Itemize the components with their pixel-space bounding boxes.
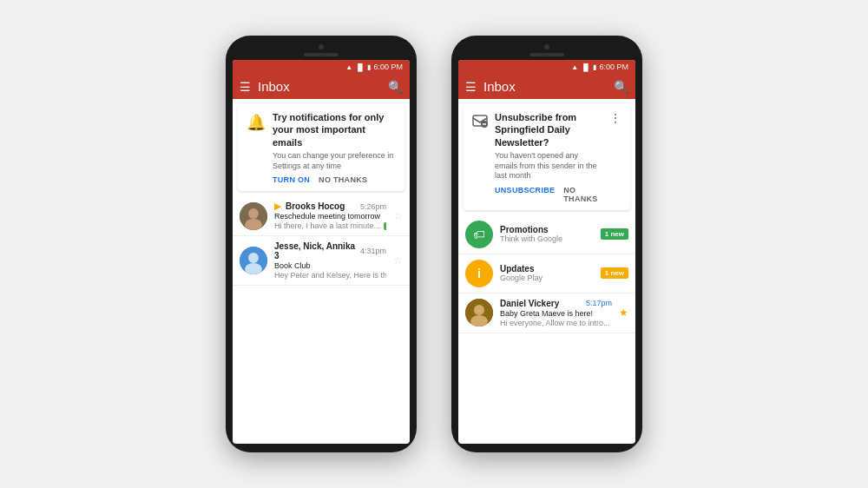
unsubscribe-body: You haven't opened any emails from this … (495, 151, 602, 181)
updates-sub: Google Play (500, 274, 594, 282)
unsubscribe-content: Unsubscribe from Springfield Daily Newsl… (495, 111, 602, 203)
avatar-daniel (465, 299, 493, 326)
email-time-daniel: 5:17pm (586, 299, 612, 307)
updates-badge: 1 new (601, 267, 628, 279)
updates-name: Updates (500, 264, 594, 274)
phone-1: ▲ ▐▌ ▮ 6:00 PM ☰ Inbox 🔍 🔔 Try notificat… (226, 36, 417, 452)
email-header-1: ▶ Brooks Hocog 5:26pm (274, 201, 386, 211)
unsubscribe-actions: UNSUBSCRIBE NO THANKS (495, 186, 602, 203)
email-preview-1: Hi there, I have a last minute... Work (274, 221, 386, 230)
no-thanks-button-1[interactable]: NO THANKS (319, 175, 367, 184)
hamburger-icon-1[interactable]: ☰ (240, 80, 251, 94)
turn-on-button[interactable]: TURN ON (273, 175, 310, 184)
category-list: 🏷 Promotions Think with Google 1 new i U… (458, 215, 635, 444)
hamburger-icon-2[interactable]: ☰ (465, 80, 477, 94)
status-time-2: 6:00 PM (599, 63, 628, 71)
gmail-toolbar-2: ☰ Inbox 🔍 (458, 74, 635, 99)
toolbar-title-2: Inbox (483, 79, 607, 94)
email-content-daniel: Daniel Vickery 5:17pm Baby Greta Maeve i… (500, 299, 612, 327)
promotions-badge: 1 new (601, 228, 628, 240)
battery-icon-2: ▮ (593, 63, 596, 71)
phone-speaker (304, 53, 339, 56)
promotions-name: Promotions (500, 225, 594, 234)
signal-icon: ▐▌ (355, 63, 365, 71)
work-tag: Work (384, 222, 386, 230)
wifi-icon-2: ▲ (571, 63, 578, 71)
notification-title: Try notifications for only your most imp… (273, 111, 396, 148)
wifi-icon: ▲ (345, 63, 352, 71)
star-icon-2[interactable]: ☆ (393, 254, 403, 267)
notification-actions: TURN ON NO THANKS (273, 175, 396, 184)
avatar-jesse (240, 247, 267, 274)
no-thanks-button-2[interactable]: NO THANKS (563, 186, 602, 203)
email-sender-1: ▶ Brooks Hocog (274, 201, 345, 211)
email-content-1: ▶ Brooks Hocog 5:26pm Reschedule meeting… (274, 201, 386, 230)
email-item-1[interactable]: ▶ Brooks Hocog 5:26pm Reschedule meeting… (233, 196, 410, 236)
avatar-brooks (240, 202, 267, 230)
email-item-2[interactable]: Jesse, Nick, Annika 3 4:31pm Book Club H… (233, 236, 410, 286)
more-options-icon[interactable]: ⋮ (609, 111, 621, 203)
status-icons-1: ▲ ▐▌ ▮ 6:00 PM (345, 63, 403, 71)
updates-icon: i (465, 260, 493, 287)
phone-2-screen: ▲ ▐▌ ▮ 6:00 PM ☰ Inbox 🔍 Un (458, 60, 635, 444)
promotions-category[interactable]: 🏷 Promotions Think with Google 1 new (458, 215, 635, 254)
notification-body: You can change your preference in Settin… (273, 151, 396, 171)
unsubscribe-card: Unsubscribe from Springfield Daily Newsl… (464, 104, 630, 210)
email-sender-2: Jesse, Nick, Annika 3 (274, 241, 360, 260)
gmail-toolbar-1: ☰ Inbox 🔍 (233, 74, 410, 99)
email-header-daniel: Daniel Vickery 5:17pm (500, 299, 612, 308)
email-item-daniel[interactable]: Daniel Vickery 5:17pm Baby Greta Maeve i… (458, 293, 635, 333)
star-icon-1[interactable]: ☆ (393, 210, 403, 222)
svg-point-1 (248, 208, 259, 219)
status-bar-1: ▲ ▐▌ ▮ 6:00 PM (233, 60, 410, 74)
promotions-content: Promotions Think with Google (500, 225, 594, 243)
star-icon-daniel[interactable]: ★ (619, 307, 628, 319)
status-time-1: 6:00 PM (373, 63, 403, 71)
svg-point-4 (248, 253, 259, 263)
status-bar-2: ▲ ▐▌ ▮ 6:00 PM (458, 60, 635, 74)
search-icon-2[interactable]: 🔍 (614, 80, 628, 94)
unsubscribe-icon (472, 113, 488, 203)
email-time-2: 4:31pm (360, 247, 386, 255)
search-icon-1[interactable]: 🔍 (388, 80, 403, 94)
phone-camera (319, 44, 324, 49)
status-icons-2: ▲ ▐▌ ▮ 6:00 PM (571, 63, 628, 71)
email-subject-2: Book Club (274, 261, 386, 270)
email-header-2: Jesse, Nick, Annika 3 4:31pm (274, 241, 386, 260)
signal-icon-2: ▐▌ (581, 63, 590, 71)
email-sender-daniel: Daniel Vickery (500, 299, 559, 308)
email-preview-2: Hey Peter and Kelsey, Here is the list..… (274, 271, 386, 280)
updates-content: Updates Google Play (500, 264, 594, 282)
unsubscribe-button[interactable]: UNSUBSCRIBE (495, 186, 555, 203)
phone-camera-2 (544, 44, 549, 49)
email-preview-daniel: Hi everyone, Allow me to intro... (500, 319, 612, 327)
email-content-2: Jesse, Nick, Annika 3 4:31pm Book Club H… (274, 241, 386, 280)
bell-icon: 🔔 (247, 113, 266, 184)
email-subject-daniel: Baby Greta Maeve is here! (500, 309, 612, 318)
email-list-1: ▶ Brooks Hocog 5:26pm Reschedule meeting… (233, 196, 410, 444)
toolbar-title-1: Inbox (258, 79, 381, 94)
email-subject-1: Reschedule meeting tomorrow (274, 212, 386, 221)
notification-content: Try notifications for only your most imp… (273, 111, 396, 184)
phone-1-screen: ▲ ▐▌ ▮ 6:00 PM ☰ Inbox 🔍 🔔 Try notificat… (233, 60, 410, 444)
email-time-1: 5:26pm (360, 202, 386, 211)
arrow-icon: ▶ (274, 201, 281, 211)
promotions-icon: 🏷 (465, 221, 493, 248)
battery-icon: ▮ (367, 63, 371, 71)
notification-card: 🔔 Try notifications for only your most i… (238, 104, 404, 191)
promotions-sub: Think with Google (500, 234, 594, 243)
updates-category[interactable]: i Updates Google Play 1 new (458, 254, 635, 293)
svg-point-10 (474, 305, 484, 315)
unsubscribe-title: Unsubscribe from Springfield Daily Newsl… (495, 111, 602, 148)
phone-speaker-2 (529, 53, 564, 56)
phone-2: ▲ ▐▌ ▮ 6:00 PM ☰ Inbox 🔍 Un (451, 36, 642, 452)
